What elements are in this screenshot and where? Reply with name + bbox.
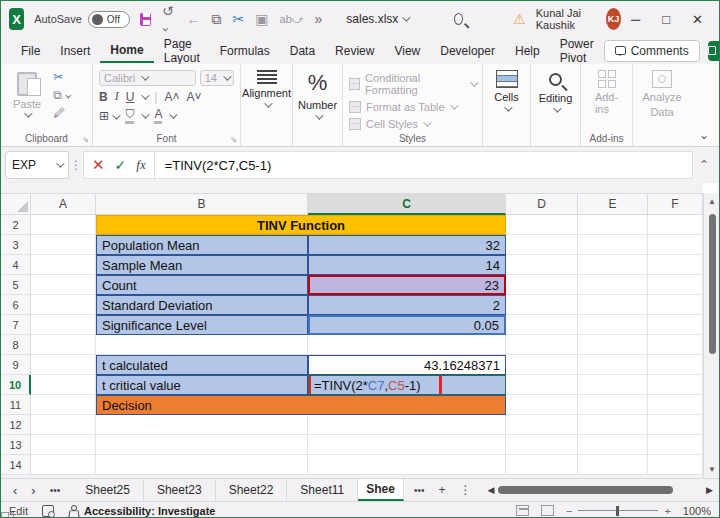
cell-F12[interactable] xyxy=(648,415,703,435)
cell-C12[interactable] xyxy=(308,415,506,435)
cell-C3[interactable]: 32 xyxy=(308,235,506,255)
expand-formula-bar-icon[interactable]: ⌃ xyxy=(693,151,715,179)
cell-E5[interactable] xyxy=(578,275,648,295)
horizontal-scrollbar[interactable]: ◀ ▶ xyxy=(481,479,719,501)
row-header-5[interactable]: 5 xyxy=(1,275,31,295)
editing-button[interactable]: Editing xyxy=(531,70,581,113)
cell-A9[interactable] xyxy=(31,355,96,375)
cell-D3[interactable] xyxy=(506,235,578,255)
number-button[interactable]: % Number xyxy=(290,70,345,120)
cell-E2[interactable] xyxy=(578,215,648,235)
row-header-3[interactable]: 3 xyxy=(1,235,31,255)
cell-B6[interactable]: Standard Deviation xyxy=(96,295,308,315)
scroll-down-icon[interactable]: ▼ xyxy=(708,461,716,478)
tab-home[interactable]: Home xyxy=(100,39,153,63)
underline-button[interactable]: U xyxy=(126,90,135,104)
cell-E13[interactable] xyxy=(578,435,648,455)
cell-A4[interactable] xyxy=(31,255,96,275)
more-commands-icon[interactable]: » xyxy=(315,11,323,27)
cell-D2[interactable] xyxy=(506,215,578,235)
cell-A10[interactable] xyxy=(31,375,96,395)
confirm-entry-icon[interactable]: ✓ xyxy=(115,157,127,173)
cut-button[interactable]: ✂ xyxy=(53,70,69,84)
sheet-tab-sheet25[interactable]: Sheet25 xyxy=(72,479,144,501)
autosave-control[interactable]: AutoSave Off xyxy=(34,11,130,28)
cell-F14[interactable] xyxy=(648,455,703,475)
format-painter-button[interactable]: 🖉 xyxy=(53,106,69,120)
tab-formulas[interactable]: Formulas xyxy=(210,40,280,62)
cell-D7[interactable] xyxy=(506,315,578,335)
column-header-e[interactable]: E xyxy=(578,193,648,215)
cell-F11[interactable] xyxy=(648,395,703,415)
cell-A3[interactable] xyxy=(31,235,96,255)
row-header-4[interactable]: 4 xyxy=(1,255,31,275)
cell-F9[interactable] xyxy=(648,355,703,375)
cell-D13[interactable] xyxy=(506,435,578,455)
zoom-track[interactable] xyxy=(578,510,658,512)
scroll-right-icon[interactable]: ▶ xyxy=(706,485,713,495)
column-header-f[interactable]: F xyxy=(648,193,703,215)
new-sheet-button[interactable]: + xyxy=(438,483,445,497)
sheet-tab-sheet22[interactable]: Sheet22 xyxy=(216,479,288,501)
copy-button[interactable]: ⧉ xyxy=(53,88,69,102)
paste-button[interactable]: Paste xyxy=(7,70,47,120)
cell-B11-decision[interactable]: Decision xyxy=(96,395,506,415)
cell-C13[interactable] xyxy=(308,435,506,455)
select-all-corner[interactable] xyxy=(1,193,31,215)
row-header-7[interactable]: 7 xyxy=(1,315,31,335)
cell-D11[interactable] xyxy=(506,395,578,415)
cell-A13[interactable] xyxy=(31,435,96,455)
tab-insert[interactable]: Insert xyxy=(50,40,100,62)
cell-styles-button[interactable]: Cell Styles xyxy=(349,118,476,130)
row-header-9[interactable]: 9 xyxy=(1,355,31,375)
row-header-10[interactable]: 10 xyxy=(1,375,31,395)
cell-F2[interactable] xyxy=(648,215,703,235)
increase-font-icon[interactable]: A˄ xyxy=(164,90,179,104)
cell-A2[interactable] xyxy=(31,215,96,235)
collapse-ribbon-icon[interactable]: ⌄ xyxy=(699,128,709,142)
file-name[interactable]: sales.xlsx xyxy=(346,12,408,26)
column-header-a[interactable]: A xyxy=(31,193,96,215)
cell-C10-editing[interactable]: =TINV(2*C7,C5-1) xyxy=(308,375,506,395)
cell-E12[interactable] xyxy=(578,415,648,435)
font-name-select[interactable]: Calibri xyxy=(99,70,196,86)
cell-A12[interactable] xyxy=(31,415,96,435)
clipboard-dialog-launcher-icon[interactable]: ⇘ xyxy=(82,135,89,144)
tab-help[interactable]: Help xyxy=(505,40,550,62)
cell-B12[interactable] xyxy=(96,415,308,435)
column-header-b[interactable]: B xyxy=(96,193,308,215)
zoom-thumb[interactable] xyxy=(616,506,619,516)
insert-function-icon[interactable]: fx xyxy=(136,157,145,173)
font-color-button[interactable]: A xyxy=(154,107,162,124)
search-icon[interactable] xyxy=(454,13,463,25)
cell-C14[interactable] xyxy=(308,455,506,475)
vertical-scroll-thumb[interactable] xyxy=(709,214,716,354)
tab-developer[interactable]: Developer xyxy=(430,40,505,62)
cell-D4[interactable] xyxy=(506,255,578,275)
chevron-down-icon[interactable] xyxy=(170,110,178,118)
cell-C7-referenced[interactable]: 0.05 xyxy=(308,315,506,335)
autosave-toggle[interactable]: Off xyxy=(88,11,130,28)
share-button[interactable] xyxy=(708,41,720,61)
cell-C6[interactable]: 2 xyxy=(308,295,506,315)
column-header-d[interactable]: D xyxy=(506,193,578,215)
cell-F6[interactable] xyxy=(648,295,703,315)
cell-B14[interactable] xyxy=(96,455,308,475)
cell-E14[interactable] xyxy=(578,455,648,475)
cell-E4[interactable] xyxy=(578,255,648,275)
cell-E11[interactable] xyxy=(578,395,648,415)
accessibility-status[interactable]: Accessibility: Investigate xyxy=(68,505,215,517)
cell-F4[interactable] xyxy=(648,255,703,275)
prev-sheet-icon[interactable]: ‹ xyxy=(13,483,17,498)
cell-E10[interactable] xyxy=(578,375,648,395)
excel-logo-icon[interactable]: X xyxy=(9,8,24,30)
italic-button[interactable]: I xyxy=(115,89,119,104)
tab-data[interactable]: Data xyxy=(280,40,325,62)
cell-F10[interactable] xyxy=(648,375,703,395)
row-header-8[interactable]: 8 xyxy=(1,335,31,355)
cell-D9[interactable] xyxy=(506,355,578,375)
warning-icon[interactable]: ⚠ xyxy=(513,11,526,27)
cell-C9[interactable]: 43.16248371 xyxy=(308,355,506,375)
column-header-c[interactable]: C xyxy=(308,193,506,215)
zoom-level[interactable]: 100% xyxy=(683,505,711,517)
